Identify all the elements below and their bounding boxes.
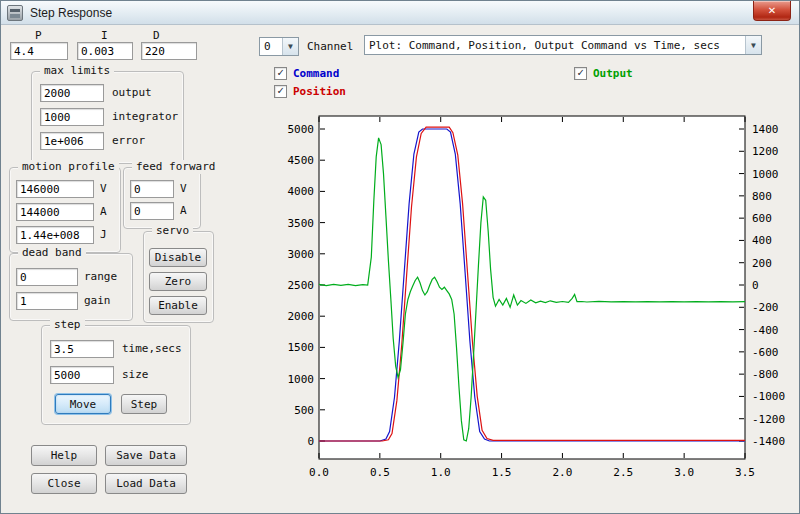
svg-text:1000: 1000 [752,168,779,181]
dead-band-gain-label: gain [84,294,111,308]
svg-text:400: 400 [752,234,772,247]
close-icon: ✕ [768,5,776,16]
check-icon: ✓ [277,84,284,97]
error-limit-input[interactable] [40,132,104,150]
motion-profile-group: motion profile V A J [9,167,121,253]
svg-text:1.5: 1.5 [492,466,512,479]
servo-zero-button[interactable]: Zero [149,272,207,291]
svg-text:-400: -400 [752,324,779,337]
svg-text:1500: 1500 [288,341,315,354]
svg-text:-1200: -1200 [752,413,785,426]
close-window-button[interactable]: Close [31,473,97,494]
command-checkbox[interactable]: ✓ [274,67,287,80]
svg-text:2.5: 2.5 [613,466,633,479]
step-group: step time,secs size Move Step [41,325,191,425]
servo-title: servo [152,224,193,238]
svg-text:0: 0 [307,435,314,448]
step-response-window: Step Response ✕ P I D max limits output … [0,0,800,514]
dead-band-gain-input[interactable] [16,292,78,310]
ff-accel-input[interactable] [130,202,174,220]
svg-text:1000: 1000 [288,373,315,386]
svg-text:-1000: -1000 [752,390,785,403]
integrator-limit-label: integrator [112,110,178,124]
svg-text:2500: 2500 [288,279,315,292]
ff-accel-label: A [180,204,187,218]
output-checkbox-label: Output [593,67,633,81]
command-checkbox-label: Command [293,67,339,81]
svg-text:4500: 4500 [288,154,315,167]
svg-text:600: 600 [752,212,772,225]
svg-text:800: 800 [752,190,772,203]
svg-text:1400: 1400 [752,123,779,136]
svg-text:1.0: 1.0 [431,466,451,479]
svg-text:1200: 1200 [752,145,779,158]
dead-band-range-input[interactable] [16,268,78,286]
step-button[interactable]: Step [121,394,167,414]
position-checkbox[interactable]: ✓ [274,85,287,98]
jerk-input[interactable] [16,226,94,244]
step-time-input[interactable] [50,340,114,358]
integrator-limit-input[interactable] [40,108,104,126]
save-data-button[interactable]: Save Data [105,445,187,466]
i-label: I [101,29,108,43]
output-limit-input[interactable] [40,84,104,102]
step-size-label: size [122,368,149,382]
client-area: P I D max limits output integrator error… [1,25,799,513]
chevron-down-icon: ▼ [745,36,761,54]
d-label: D [153,29,160,43]
dead-band-title: dead band [18,246,86,260]
app-icon [7,5,23,21]
step-size-input[interactable] [50,366,114,384]
svg-text:0.5: 0.5 [370,466,390,479]
d-input[interactable] [141,42,197,60]
check-icon: ✓ [577,66,584,79]
jerk-label: J [100,228,107,242]
ff-velocity-label: V [180,182,187,196]
help-button[interactable]: Help [31,445,97,466]
svg-text:500: 500 [294,404,314,417]
output-checkbox[interactable]: ✓ [574,67,587,80]
p-label: P [35,29,42,43]
load-data-button[interactable]: Load Data [105,473,187,494]
servo-enable-button[interactable]: Enable [149,296,207,315]
svg-text:3000: 3000 [288,248,315,261]
velocity-label: V [100,182,107,196]
svg-text:200: 200 [752,257,772,270]
p-input[interactable] [10,42,68,60]
step-time-label: time,secs [122,342,182,356]
svg-text:3.0: 3.0 [674,466,694,479]
position-checkbox-label: Position [293,85,346,99]
channel-label: Channel [307,40,353,54]
max-limits-title: max limits [40,64,114,78]
chevron-down-icon: ▼ [282,38,298,55]
svg-text:3500: 3500 [288,217,315,230]
channel-select[interactable]: 0 ▼ [259,37,299,56]
svg-text:2.0: 2.0 [552,466,572,479]
close-button[interactable]: ✕ [753,1,791,21]
svg-text:4000: 4000 [288,185,315,198]
svg-text:0.0: 0.0 [309,466,329,479]
svg-text:-200: -200 [752,301,779,314]
servo-group: servo Disable Zero Enable [143,231,214,323]
i-input[interactable] [77,42,133,60]
ff-velocity-input[interactable] [130,180,174,198]
svg-text:0: 0 [752,279,759,292]
accel-label: A [100,205,107,219]
error-limit-label: error [112,134,145,148]
dead-band-group: dead band range gain [9,253,133,321]
velocity-input[interactable] [16,180,94,198]
svg-text:2000: 2000 [288,310,315,323]
svg-text:3.5: 3.5 [735,466,755,479]
accel-input[interactable] [16,203,94,221]
svg-text:-800: -800 [752,368,779,381]
titlebar[interactable]: Step Response ✕ [1,1,799,25]
chart-canvas: 0500100015002000250030003500400045005000… [281,106,796,506]
svg-text:-600: -600 [752,346,779,359]
channel-select-value: 0 [260,40,275,53]
move-button[interactable]: Move [55,394,111,414]
plot-select[interactable]: Plot: Command, Position, Output Command … [364,35,762,55]
svg-text:-1400: -1400 [752,435,785,448]
motion-profile-title: motion profile [18,160,119,174]
feed-forward-group: feed forward V A [123,167,201,229]
servo-disable-button[interactable]: Disable [149,248,207,267]
